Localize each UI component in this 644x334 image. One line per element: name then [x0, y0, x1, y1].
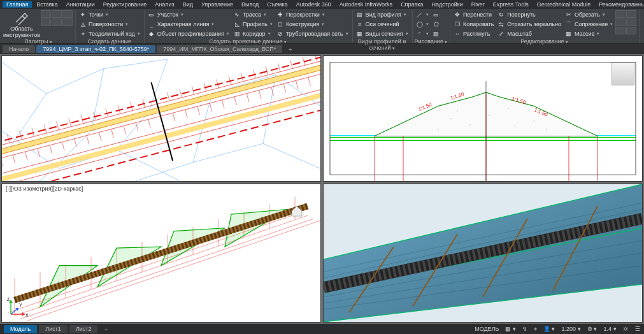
- status-menu-icon[interactable]: ☰: [635, 326, 640, 332]
- points-icon: ✦: [79, 11, 87, 18]
- status-settings-icon[interactable]: ⛭: [623, 326, 629, 332]
- status-grid-icon[interactable]: ▦ ▾: [505, 326, 516, 332]
- palette-mini-4[interactable]: [41, 18, 51, 26]
- status-ortho-icon[interactable]: ↯: [522, 326, 527, 332]
- edit-mini-4[interactable]: [626, 18, 636, 26]
- draw-arc-button[interactable]: ◜▾: [415, 29, 430, 38]
- viewport-top-right[interactable]: 1:1.50 1:1.50 1:1.50 1:1.50: [323, 55, 643, 182]
- menu-item-manage[interactable]: Управление: [197, 1, 237, 8]
- edit-mini-3[interactable]: [615, 18, 626, 26]
- viewport-bl-label[interactable]: [-][ЮЗ изометрия][2D-каркас]: [4, 185, 84, 192]
- svg-text:Z: Z: [7, 297, 10, 301]
- status-mode[interactable]: МОДЕЛЬ: [475, 326, 499, 332]
- menu-item-river[interactable]: River: [468, 1, 489, 8]
- grading-button[interactable]: ◆Объект профилирования▾: [147, 29, 231, 38]
- move-button[interactable]: ✥Перенести: [452, 10, 495, 19]
- parcel-button[interactable]: ▭Участок▾: [147, 10, 231, 19]
- ucs-gizmo[interactable]: X Z Y: [6, 295, 30, 319]
- status-snap-icon[interactable]: ⌖: [534, 326, 537, 333]
- profileview-button[interactable]: ▤Вид профиля▾: [355, 10, 410, 19]
- traverse-button[interactable]: ⌖Теодолитный ход▾: [78, 29, 141, 38]
- doc-tab-2[interactable]: 7994_ИМ_МГПК_Обская_Салехард_ВСП*: [157, 45, 282, 53]
- array-button[interactable]: ▦Массив▾: [564, 29, 614, 38]
- rotate-button[interactable]: ↻Повернуть: [496, 10, 562, 19]
- pipenetwork-button[interactable]: ⊘Трубопроводная сеть▾: [275, 29, 350, 38]
- doc-tab-new[interactable]: ＋: [283, 45, 297, 54]
- palette-mini-2[interactable]: [52, 10, 62, 18]
- palette-mini-3[interactable]: [62, 10, 73, 18]
- draw-rect-button[interactable]: ▭: [431, 10, 441, 19]
- sectionviews-button[interactable]: ▦Виды сечения▾: [355, 29, 410, 38]
- menu-item-view[interactable]: Вид: [179, 1, 197, 8]
- surfaces-button[interactable]: ◬Поверхности▾: [78, 20, 141, 29]
- draw-poly-button[interactable]: ⬠: [431, 20, 441, 29]
- svg-point-17: [450, 118, 452, 119]
- viewport-bottom-right[interactable]: [323, 184, 643, 323]
- menu-item-edit[interactable]: Редактирование: [99, 1, 151, 8]
- ribbon-group-label-draw: Рисование▾: [415, 38, 447, 46]
- layout-tab-sheet1[interactable]: Лист1: [39, 325, 68, 333]
- status-angle[interactable]: 1.4 ▾: [603, 326, 617, 332]
- menu-item-analysis[interactable]: Анализ: [151, 1, 178, 8]
- menu-item-insert[interactable]: Вставка: [32, 1, 61, 8]
- rotate-icon: ↻: [497, 11, 505, 18]
- layout-tab-sheet2[interactable]: Лист2: [69, 325, 98, 333]
- viewport-bottom-left[interactable]: [-][ЮЗ изометрия][2D-каркас]: [1, 184, 321, 323]
- draw-circle-button[interactable]: ◯▾: [415, 20, 430, 29]
- arc-icon: ◜: [416, 30, 424, 38]
- layout-tabs: Модель Лист1 Лист2 ＋: [4, 325, 113, 333]
- corridor-button[interactable]: ▥Коридор▾: [232, 29, 274, 38]
- layerprops-button[interactable]: Свойства слоя: [641, 10, 644, 38]
- view-cube[interactable]: [612, 62, 634, 85]
- palette-mini-5[interactable]: [52, 18, 62, 26]
- menu-item-a360[interactable]: Autodesk 360: [292, 1, 335, 8]
- menu-item-survey[interactable]: Съемка: [263, 1, 291, 8]
- status-people-icon[interactable]: 👤 ▾: [543, 326, 555, 332]
- doc-tab-active[interactable]: 7994_ЦМР_3 этап_ч-02_ПК_5640-5759*: [36, 45, 155, 53]
- scale-button[interactable]: ⤢Масштаб: [496, 29, 562, 38]
- menu-item-geotech[interactable]: Geotechnical Module: [533, 1, 595, 8]
- menu-item-express[interactable]: Express Tools: [489, 1, 533, 8]
- edit-mini-2[interactable]: [626, 10, 636, 18]
- intersections-button[interactable]: ✚Перекрестки▾: [275, 10, 350, 19]
- menu-item-help[interactable]: Справка: [397, 1, 427, 8]
- draw-line-button[interactable]: ／▾: [415, 10, 430, 19]
- palette-mini-1[interactable]: [41, 10, 51, 18]
- fillet-button[interactable]: ⌒Сопряжение▾: [564, 20, 614, 29]
- layout-tab-add[interactable]: ＋: [99, 325, 113, 333]
- menu-item-output[interactable]: Вывод: [238, 1, 262, 8]
- mirror-button[interactable]: ⇋Отразить зеркально: [496, 20, 562, 29]
- svg-point-19: [489, 115, 490, 116]
- edit-mini-6[interactable]: [626, 27, 636, 34]
- doc-tab-start[interactable]: Начало: [3, 45, 35, 53]
- palette-mini-6[interactable]: [62, 18, 73, 26]
- profile-button[interactable]: ◺Профиль▾: [232, 20, 274, 29]
- menu-item-annotations[interactable]: Аннотации: [62, 1, 99, 8]
- layerprops-label: Свойства слоя: [641, 25, 644, 38]
- points-button[interactable]: ✦Точки▾: [78, 10, 141, 19]
- featureline-button[interactable]: ⎯Характерная линия▾: [147, 20, 231, 29]
- ribbon: Область инструментов Палитры▾ ✦Точки▾ ◬П…: [0, 9, 644, 44]
- assembly-button[interactable]: ⌸Конструкция▾: [275, 20, 350, 29]
- status-gear-icon[interactable]: ⚙ ▾: [587, 326, 597, 332]
- samplelines-icon: ≡: [356, 20, 364, 28]
- menu-item-main[interactable]: Главная: [3, 1, 32, 8]
- draw-hatch-button[interactable]: ▨: [431, 29, 441, 38]
- copy-button[interactable]: ❐Копировать: [452, 20, 495, 29]
- trim-button[interactable]: ✂Обрезать▾: [564, 10, 614, 19]
- toolspace-button[interactable]: Область инструментов: [4, 10, 39, 38]
- menu-item-addins[interactable]: Надстройки: [427, 1, 466, 8]
- array-icon: ▦: [565, 30, 573, 38]
- menu-item-recommended[interactable]: Рекомендованные приложения: [595, 1, 644, 8]
- layout-tab-model[interactable]: Модель: [4, 325, 37, 333]
- edit-mini-5[interactable]: [615, 27, 626, 34]
- edit-mini-1[interactable]: [615, 10, 626, 18]
- ribbon-group-label-layers: Слои▾: [641, 38, 644, 46]
- menu-item-infraworks[interactable]: Autodesk InfraWorks: [336, 1, 396, 8]
- alignment-button[interactable]: ∿Трасса▾: [232, 10, 274, 19]
- status-scale[interactable]: 1:200 ▾: [561, 326, 581, 332]
- viewport-top-left[interactable]: [1, 55, 321, 182]
- samplelines-button[interactable]: ≡Оси сечений: [355, 20, 410, 29]
- svg-marker-38: [22, 312, 25, 316]
- stretch-button[interactable]: ↔Растянуть: [452, 29, 495, 38]
